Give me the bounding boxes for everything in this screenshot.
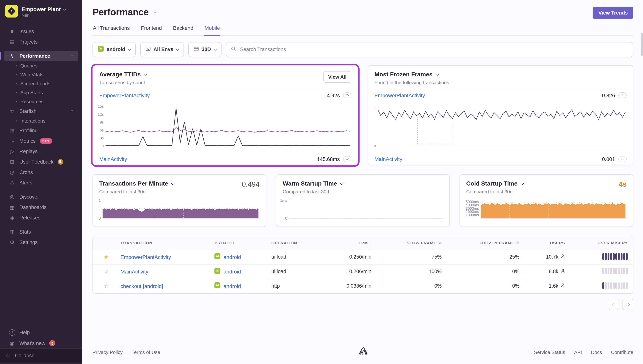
sidebar-item-label: App Starts: [20, 90, 43, 95]
prev-page-button[interactable]: [608, 298, 619, 310]
help-icon: ?: [9, 329, 15, 336]
star-icon[interactable]: ☆: [104, 282, 109, 289]
sidebar-item-user-feedback[interactable]: ⊞User FeedbackB: [4, 156, 78, 167]
next-page-button[interactable]: [622, 298, 633, 310]
transactions-table: TransactionProjectOperationTPM↓Slow Fram…: [93, 236, 633, 294]
project-link[interactable]: android: [223, 268, 241, 274]
frozen-frames-card: Most Frozen Frames Found in the followin…: [368, 65, 633, 165]
cold-startup-chart[interactable]: 5000ms4000ms3000ms2000ms1000ms: [461, 197, 628, 223]
collapse-chevron[interactable]: [618, 92, 626, 98]
warm-startup-subtitle: Compared to last 30d: [283, 189, 343, 194]
column-header-operation[interactable]: Operation: [266, 236, 322, 250]
search-transactions-input[interactable]: [239, 46, 628, 52]
replays-icon: ▷: [9, 148, 15, 154]
warm-startup-chart[interactable]: 1ms0: [278, 197, 444, 223]
sidebar-item-app-starts[interactable]: •App Starts: [0, 88, 82, 97]
transaction-link[interactable]: MainActivity: [375, 156, 402, 162]
sidebar-item-label: Crons: [20, 169, 33, 175]
transaction-link[interactable]: EmpowerPlantActivity: [99, 92, 150, 98]
frozen-frames-dropdown[interactable]: Most Frozen Frames: [375, 71, 449, 78]
transaction-link[interactable]: MainActivity: [121, 268, 148, 274]
tpm-chart[interactable]: 10: [94, 197, 261, 223]
sidebar-item-replays[interactable]: ▷Replays: [4, 146, 78, 156]
column-header-transaction[interactable]: Transaction: [115, 236, 209, 250]
project-filter[interactable]: android: [93, 42, 136, 57]
sidebar-item-settings[interactable]: ⚙Settings: [4, 237, 78, 248]
star-icon[interactable]: ☆: [104, 268, 109, 274]
scrollbar[interactable]: [640, 0, 643, 364]
sidebar-item-help[interactable]: ?Help: [4, 327, 78, 338]
collapse-chevron[interactable]: [343, 92, 351, 98]
column-header-tpm[interactable]: TPM↓: [322, 236, 377, 250]
sidebar-item-crons[interactable]: ◷Crons: [4, 167, 78, 177]
sidebar-item-stats[interactable]: ▥Stats: [4, 226, 78, 237]
users-cell: 10.7k: [525, 250, 570, 264]
footer-link-contribute[interactable]: Contribute: [611, 350, 633, 355]
sidebar-item-metrics[interactable]: ∿Metricsbeta: [4, 136, 78, 146]
sidebar-item-interactions[interactable]: •Interactions: [0, 116, 82, 125]
tab-frontend[interactable]: Frontend: [141, 25, 162, 35]
sidebar-item-label: Resources: [20, 98, 44, 104]
column-header-users[interactable]: Users: [525, 236, 570, 250]
expand-chevron[interactable]: [618, 156, 626, 162]
sidebar-item-alerts[interactable]: ⚠Alerts: [4, 177, 78, 188]
star-icon[interactable]: ★: [104, 254, 109, 260]
tab-all-transactions[interactable]: All Transactions: [93, 25, 130, 35]
sidebar-item-performance[interactable]: ϟPerformance: [4, 51, 78, 61]
sidebar-item-profiling[interactable]: ▧Profiling: [4, 125, 78, 136]
footer-link-docs[interactable]: Docs: [591, 350, 602, 355]
footer-link-privacy-policy[interactable]: Privacy Policy: [93, 350, 123, 355]
sidebar-item-what-s-new[interactable]: ◉What's new5: [4, 338, 78, 348]
sidebar-item-discover[interactable]: ◎Discover: [4, 192, 78, 202]
frozen-frames-chart[interactable]: 10: [370, 102, 628, 151]
svg-text:0: 0: [99, 216, 101, 220]
sidebar-item-label: Interactions: [20, 118, 45, 124]
column-header-project[interactable]: Project: [209, 236, 266, 250]
transaction-link[interactable]: MainActivity: [99, 156, 127, 162]
dashboards-icon: ▦: [9, 204, 15, 210]
sidebar-collapse-button[interactable]: Collapse: [0, 348, 82, 362]
avg-ttid-dropdown[interactable]: Average TTIDs: [99, 71, 147, 78]
sidebar-item-dashboards[interactable]: ▦Dashboards: [4, 202, 78, 212]
calendar-icon: [194, 46, 199, 52]
sidebar-item-projects[interactable]: ▤Projects: [4, 36, 78, 47]
tab-backend[interactable]: Backend: [173, 25, 194, 35]
project-link[interactable]: android: [223, 283, 241, 289]
project-link[interactable]: android: [223, 254, 241, 260]
view-trends-button[interactable]: View Trends: [593, 7, 633, 19]
sidebar-item-label: Metrics: [20, 138, 36, 144]
view-all-button[interactable]: View All: [323, 71, 351, 82]
sidebar-item-starfish[interactable]: ☆Starfish: [4, 106, 78, 116]
help-icon[interactable]: ?: [152, 10, 158, 16]
cold-startup-dropdown[interactable]: Cold Startup Time: [466, 180, 523, 187]
transaction-link[interactable]: EmpowerPlantActivity: [121, 254, 171, 260]
transaction-link[interactable]: checkout [android]: [121, 283, 163, 289]
column-header-user-misery[interactable]: User Misery: [570, 236, 633, 250]
scrollbar-thumb[interactable]: [641, 33, 643, 56]
sidebar-item-resources[interactable]: •Resources: [0, 97, 82, 106]
column-header-frozen-frame[interactable]: Frozen Frame %: [447, 236, 525, 250]
sidebar-item-screen-loads[interactable]: •Screen Loads: [0, 79, 82, 88]
warm-startup-dropdown[interactable]: Warm Startup Time: [283, 180, 343, 187]
sidebar-item-issues[interactable]: ≡Issues: [4, 26, 78, 36]
sidebar-item-web-vitals[interactable]: •Web Vitals: [0, 70, 82, 79]
footer-link-terms-of-use[interactable]: Terms of Use: [132, 350, 160, 355]
footer-link-service-status[interactable]: Service Status: [534, 350, 565, 355]
sort-desc-icon: ↓: [369, 240, 372, 245]
crons-icon: ◷: [9, 169, 15, 175]
footer-link-api[interactable]: API: [574, 350, 582, 355]
sidebar-item-releases[interactable]: ◈Releases: [4, 212, 78, 223]
sidebar-item-queries[interactable]: •Queries: [0, 61, 82, 70]
org-switcher[interactable]: Empower Plant Nar: [0, 0, 82, 22]
column-header-slow-frame[interactable]: Slow Frame %: [377, 236, 447, 250]
environment-filter[interactable]: All Envs: [140, 42, 184, 57]
transaction-link[interactable]: EmpowerPlantActivity: [375, 92, 425, 98]
avg-ttid-chart[interactable]: 15s12s9s6s3s0: [94, 102, 353, 151]
tpm-dropdown[interactable]: Transactions Per Minute: [99, 180, 174, 187]
expand-chevron[interactable]: [343, 156, 351, 162]
date-range-filter[interactable]: 30D: [188, 42, 221, 57]
search-transactions[interactable]: [226, 42, 633, 57]
sidebar-item-label: Replays: [20, 148, 38, 154]
tab-mobile[interactable]: Mobile: [204, 25, 220, 36]
metrics-icon: ∿: [9, 138, 15, 144]
